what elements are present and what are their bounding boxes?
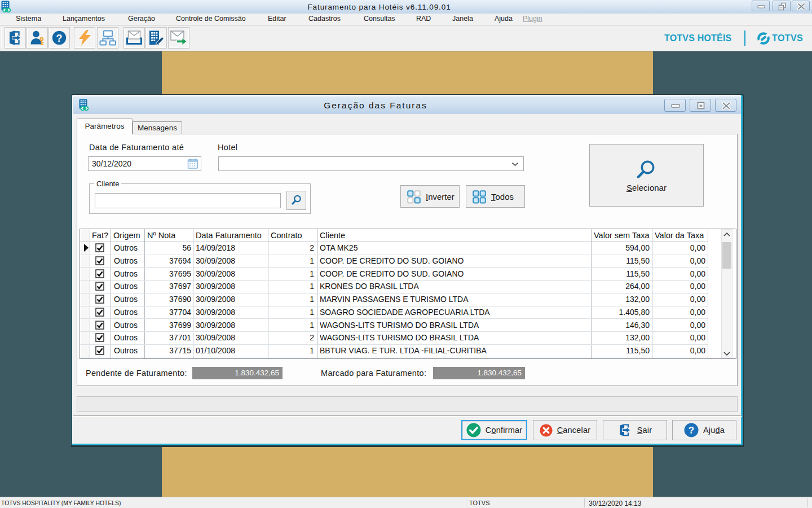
svg-text:?: ? [689,425,695,436]
svg-text:?: ? [56,33,63,44]
